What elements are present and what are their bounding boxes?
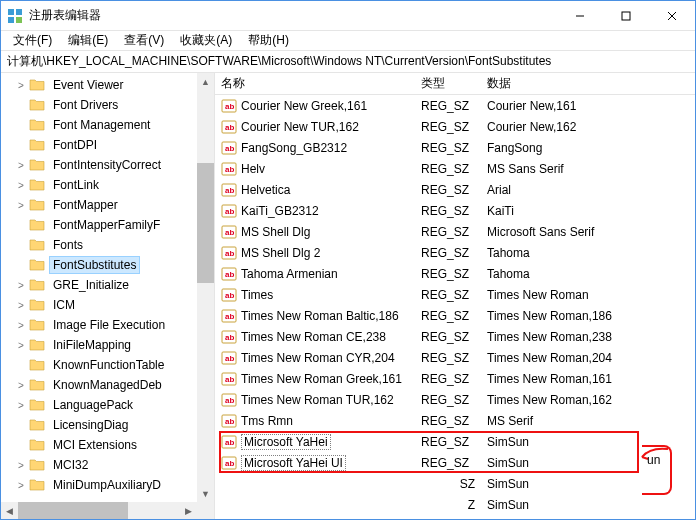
value-row[interactable]: SZSimSun <box>215 473 695 494</box>
menu-file[interactable]: 文件(F) <box>5 30 60 51</box>
scroll-right-button[interactable]: ▶ <box>180 502 197 519</box>
value-type: REG_SZ <box>415 267 481 281</box>
value-name[interactable]: Microsoft YaHei <box>241 434 331 450</box>
tree-item[interactable]: >MiniDumpAuxiliaryD <box>15 475 214 495</box>
value-name: Courier New Greek,161 <box>241 99 367 113</box>
maximize-button[interactable] <box>603 1 649 30</box>
list-pane[interactable]: 名称 类型 数据 un abCourier New Greek,161REG_S… <box>215 73 695 519</box>
expand-icon[interactable]: > <box>15 80 27 91</box>
tree-item[interactable]: Fonts <box>15 235 214 255</box>
expand-icon[interactable]: > <box>15 280 27 291</box>
tree-item[interactable]: LicensingDiag <box>15 415 214 435</box>
tree-item[interactable]: >GRE_Initialize <box>15 275 214 295</box>
tree-item-label: FontMapper <box>49 196 122 214</box>
tree-item[interactable]: MCI Extensions <box>15 435 214 455</box>
expand-icon[interactable]: > <box>15 380 27 391</box>
value-name: MS Shell Dlg <box>241 225 310 239</box>
tree-item[interactable]: >IniFileMapping <box>15 335 214 355</box>
value-row[interactable]: abTahoma ArmenianREG_SZTahoma <box>215 263 695 284</box>
value-row[interactable]: abFangSong_GB2312REG_SZFangSong <box>215 137 695 158</box>
tree-item[interactable]: Font Drivers <box>15 95 214 115</box>
expand-icon[interactable]: > <box>15 340 27 351</box>
address-bar[interactable]: 计算机\HKEY_LOCAL_MACHINE\SOFTWARE\Microsof… <box>1 51 695 73</box>
expand-icon[interactable]: > <box>15 200 27 211</box>
value-row[interactable]: abCourier New TUR,162REG_SZCourier New,1… <box>215 116 695 137</box>
expand-icon[interactable]: > <box>15 460 27 471</box>
tree-item[interactable]: >ICM <box>15 295 214 315</box>
string-value-icon: ab <box>221 266 237 282</box>
tree-item[interactable]: >FontIntensityCorrect <box>15 155 214 175</box>
tree-item[interactable]: >Event Viewer <box>15 75 214 95</box>
value-row[interactable]: abTimes New Roman CYR,204REG_SZTimes New… <box>215 347 695 368</box>
value-row[interactable]: abTimesREG_SZTimes New Roman <box>215 284 695 305</box>
value-type: REG_SZ <box>415 120 481 134</box>
tree-item[interactable]: >Image File Execution <box>15 315 214 335</box>
tree-item[interactable]: >FontLink <box>15 175 214 195</box>
value-row[interactable]: abHelvREG_SZMS Sans Serif <box>215 158 695 179</box>
value-name: Helv <box>241 162 265 176</box>
value-name-cell: abMicrosoft YaHei UI <box>215 455 415 471</box>
tree-item[interactable]: KnownFunctionTable <box>15 355 214 375</box>
tree-item[interactable]: FontSubstitutes <box>15 255 214 275</box>
scroll-down-button[interactable]: ▼ <box>197 485 214 502</box>
tree-pane[interactable]: >Event ViewerFont DriversFont Management… <box>1 73 215 519</box>
value-row[interactable]: abMS Shell DlgREG_SZMicrosoft Sans Serif <box>215 221 695 242</box>
value-row[interactable]: abTimes New Roman Baltic,186REG_SZTimes … <box>215 305 695 326</box>
tree-item-label: KnownManagedDeb <box>49 376 166 394</box>
expand-icon[interactable]: > <box>15 400 27 411</box>
column-data[interactable]: 数据 <box>481 75 695 92</box>
expand-icon[interactable]: > <box>15 160 27 171</box>
titlebar[interactable]: 注册表编辑器 <box>1 1 695 31</box>
svg-text:ab: ab <box>225 333 234 342</box>
tree-scrollbar-horizontal[interactable]: ◀ ▶ <box>1 502 197 519</box>
folder-icon <box>29 198 45 212</box>
tree-item-label: MiniDumpAuxiliaryD <box>49 476 165 494</box>
tree-scrollbar-vertical[interactable]: ▲ ▼ <box>197 73 214 502</box>
scroll-thumb-horizontal[interactable] <box>18 502 128 519</box>
tree-item[interactable]: >KnownManagedDeb <box>15 375 214 395</box>
minimize-button[interactable] <box>557 1 603 30</box>
expand-icon[interactable]: > <box>15 480 27 491</box>
column-name[interactable]: 名称 <box>215 75 415 92</box>
menu-favorites[interactable]: 收藏夹(A) <box>172 30 240 51</box>
tree-item[interactable]: >FontMapper <box>15 195 214 215</box>
tree-item-label: FontLink <box>49 176 103 194</box>
value-row[interactable]: abTms RmnREG_SZMS Serif <box>215 410 695 431</box>
value-type: REG_SZ <box>415 204 481 218</box>
value-row[interactable]: abCourier New Greek,161REG_SZCourier New… <box>215 95 695 116</box>
scroll-left-button[interactable]: ◀ <box>1 502 18 519</box>
value-row[interactable]: abHelveticaREG_SZArial <box>215 179 695 200</box>
folder-icon <box>29 458 45 472</box>
tree-item[interactable]: Font Management <box>15 115 214 135</box>
scroll-thumb-vertical[interactable] <box>197 163 214 283</box>
folder-icon <box>29 418 45 432</box>
value-row[interactable]: abKaiTi_GB2312REG_SZKaiTi <box>215 200 695 221</box>
value-row[interactable]: abMicrosoft YaHei UIREG_SZSimSun <box>215 452 695 473</box>
window-frame: 注册表编辑器 文件(F) 编辑(E) 查看(V) 收藏夹(A) 帮助(H) 计算… <box>0 0 696 520</box>
string-value-icon: ab <box>221 161 237 177</box>
tree-item[interactable]: >LanguagePack <box>15 395 214 415</box>
value-name[interactable]: Microsoft YaHei UI <box>241 455 346 471</box>
value-name-cell: abTimes New Roman CYR,204 <box>215 350 415 366</box>
value-row[interactable]: abTimes New Roman CE,238REG_SZTimes New … <box>215 326 695 347</box>
scroll-up-button[interactable]: ▲ <box>197 73 214 90</box>
expand-icon[interactable]: > <box>15 180 27 191</box>
menu-edit[interactable]: 编辑(E) <box>60 30 116 51</box>
tree-item[interactable]: FontMapperFamilyF <box>15 215 214 235</box>
value-row[interactable]: abMS Shell Dlg 2REG_SZTahoma <box>215 242 695 263</box>
folder-icon <box>29 358 45 372</box>
value-row[interactable]: ZSimSun <box>215 494 695 515</box>
value-name: Courier New TUR,162 <box>241 120 359 134</box>
tree-item-label: FontDPI <box>49 136 101 154</box>
expand-icon[interactable]: > <box>15 300 27 311</box>
menu-view[interactable]: 查看(V) <box>116 30 172 51</box>
menu-help[interactable]: 帮助(H) <box>240 30 297 51</box>
value-row[interactable]: abTimes New Roman TUR,162REG_SZTimes New… <box>215 389 695 410</box>
close-button[interactable] <box>649 1 695 30</box>
tree-item[interactable]: >MCI32 <box>15 455 214 475</box>
tree-item[interactable]: FontDPI <box>15 135 214 155</box>
expand-icon[interactable]: > <box>15 320 27 331</box>
value-row[interactable]: abMicrosoft YaHeiREG_SZSimSun <box>215 431 695 452</box>
column-type[interactable]: 类型 <box>415 75 481 92</box>
value-row[interactable]: abTimes New Roman Greek,161REG_SZTimes N… <box>215 368 695 389</box>
